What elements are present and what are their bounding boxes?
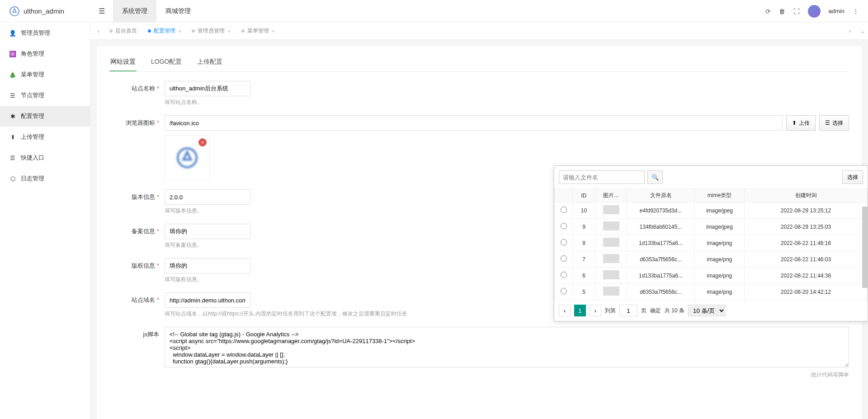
cell-filename: d6353a7f5656c...: [627, 284, 695, 300]
table-row[interactable]: 10 e4fd920735d3d... image/jpeg 2022-08-2…: [555, 202, 868, 219]
sidebar-item-roles[interactable]: 🆔角色管理: [0, 43, 90, 64]
pager-page-suffix: 页: [641, 307, 646, 315]
cell-filename: 1d133ba1775a6...: [627, 235, 695, 251]
cell-filename: d6353a7f5656c...: [627, 251, 695, 268]
pager-goto-label: 到第: [605, 307, 616, 315]
table-row[interactable]: 7 d6353a7f5656c... image/png 2022-08-22 …: [555, 251, 868, 268]
cell-thumb: [595, 268, 627, 284]
sidebar-item-menus[interactable]: 🎄菜单管理: [0, 64, 90, 85]
cell-id: 6: [573, 268, 595, 284]
row-radio[interactable]: [561, 207, 567, 213]
pager-total: 共 10 条: [665, 307, 684, 315]
row-radio[interactable]: [561, 272, 567, 278]
label-record: 备案信息*: [109, 224, 159, 235]
pager-per-page-select[interactable]: 10 条/页: [688, 305, 726, 316]
refresh-icon[interactable]: ⟳: [765, 8, 771, 15]
table-row[interactable]: 5 d6353a7f5656c... image/png 2022-08-20 …: [555, 284, 868, 300]
sidebar-collapse-icon[interactable]: ☰: [90, 7, 113, 15]
remove-icon[interactable]: ×: [198, 138, 207, 146]
sidebar-item-upload[interactable]: ⬆上传管理: [0, 127, 90, 147]
inner-tab-upload[interactable]: 上传配置: [196, 54, 223, 71]
table-row[interactable]: 8 1d133ba1775a6... image/png 2022-08-22 …: [555, 235, 868, 251]
cell-created: 2022-08-22 11:46:16: [745, 235, 868, 251]
sidebar-item-logs[interactable]: ⬡日志管理: [0, 168, 90, 189]
sidebar-item-shortcut[interactable]: ☰快捷入口: [0, 147, 90, 168]
cell-created: 2022-08-29 13:25:12: [745, 202, 868, 219]
file-pager: ‹ 1 › 到第 页 确定 共 10 条 10 条/页: [554, 300, 868, 321]
cell-mime: image/png: [695, 251, 745, 268]
sidebar-item-admins[interactable]: 👤管理员管理: [0, 23, 90, 43]
gear-icon: ✱: [9, 113, 16, 120]
cell-mime: image/png: [695, 235, 745, 251]
scrollbar[interactable]: [862, 207, 868, 288]
username[interactable]: admin: [829, 8, 844, 14]
favicon-thumbnail: ×: [165, 135, 210, 180]
tab-admins[interactable]: 管理员管理×: [186, 23, 236, 39]
row-radio[interactable]: [561, 223, 567, 229]
col-created[interactable]: 创建时间: [745, 189, 868, 202]
avatar[interactable]: [808, 5, 821, 18]
record-input[interactable]: [165, 224, 250, 239]
pager-page-1[interactable]: 1: [574, 305, 586, 316]
table-row[interactable]: 9 134fb8ab60145... image/jpeg 2022-08-29…: [555, 219, 868, 235]
col-select: [555, 189, 573, 202]
inner-tab-logo[interactable]: LOGO配置: [150, 54, 183, 71]
tab-scroll-right-icon[interactable]: ›: [844, 28, 855, 34]
row-radio[interactable]: [561, 239, 567, 245]
pager-goto-input[interactable]: [619, 305, 637, 316]
favicon-input[interactable]: [165, 115, 783, 131]
tab-dropdown-icon[interactable]: ⌄: [860, 28, 865, 34]
top-nav-system[interactable]: 系统管理: [113, 0, 156, 22]
col-thumb[interactable]: 图片...: [595, 189, 627, 202]
domain-input[interactable]: [165, 292, 250, 308]
close-icon[interactable]: ×: [227, 28, 230, 34]
js-script-textarea[interactable]: <!-- Global site tag (gtag.js) - Google …: [165, 327, 849, 367]
table-row[interactable]: 6 1d133ba1775a6... image/png 2022-08-22 …: [555, 268, 868, 284]
cell-filename: e4fd920735d3d...: [627, 202, 695, 219]
cell-mime: image/jpeg: [695, 219, 745, 235]
copyright-input[interactable]: [165, 258, 250, 273]
file-search-button[interactable]: 🔍: [647, 170, 663, 184]
trash-icon[interactable]: 🗑: [779, 8, 785, 15]
cell-id: 10: [573, 202, 595, 219]
upload-icon: ⬆: [792, 120, 797, 126]
tab-home[interactable]: 后台首页: [104, 23, 142, 39]
inner-tab-site[interactable]: 网站设置: [109, 54, 137, 71]
cell-mime: image/png: [695, 268, 745, 284]
cell-created: 2022-08-22 11:46:03: [745, 251, 868, 268]
upload-icon: ⬆: [9, 134, 16, 141]
logo-icon: [9, 6, 20, 17]
row-radio[interactable]: [561, 255, 567, 262]
help-js-script: 统计代码等脚本: [165, 371, 849, 379]
close-icon[interactable]: ×: [178, 28, 181, 34]
file-pop-select-button[interactable]: 选择: [842, 170, 863, 184]
tab-menus[interactable]: 菜单管理×: [236, 23, 280, 39]
sidebar-item-nodes[interactable]: ☰节点管理: [0, 85, 90, 106]
cell-thumb: [595, 251, 627, 268]
tab-scroll-left-icon[interactable]: ‹: [93, 28, 104, 34]
pager-confirm-button[interactable]: 确定: [650, 307, 661, 315]
top-nav-mall[interactable]: 商城管理: [156, 0, 200, 22]
sidebar-item-config[interactable]: ✱配置管理: [0, 106, 90, 127]
fullscreen-icon[interactable]: ⛶: [793, 8, 800, 15]
cell-id: 8: [573, 235, 595, 251]
col-mime[interactable]: mime类型: [695, 189, 745, 202]
more-icon[interactable]: ⋮: [853, 8, 859, 15]
search-icon: 🔍: [651, 174, 659, 181]
close-icon[interactable]: ×: [272, 28, 274, 34]
pager-next-icon[interactable]: ›: [590, 305, 601, 316]
list-icon: ☰: [9, 92, 16, 99]
cell-id: 9: [573, 219, 595, 235]
pager-prev-icon[interactable]: ‹: [559, 305, 571, 316]
favicon-select-button[interactable]: ☰选择: [819, 115, 849, 131]
cell-thumb: [595, 202, 627, 219]
site-name-input[interactable]: [165, 81, 250, 96]
version-input[interactable]: [165, 189, 250, 205]
file-search-input[interactable]: [559, 170, 645, 184]
favicon-upload-button[interactable]: ⬆上传: [786, 115, 816, 131]
tab-config[interactable]: 配置管理×: [142, 23, 186, 39]
col-filename[interactable]: 文件原名: [627, 189, 695, 202]
file-table: ID 图片... 文件原名 mime类型 创建时间 10 e4fd920735d…: [554, 188, 868, 300]
row-radio[interactable]: [561, 288, 567, 294]
col-id[interactable]: ID: [573, 189, 595, 202]
